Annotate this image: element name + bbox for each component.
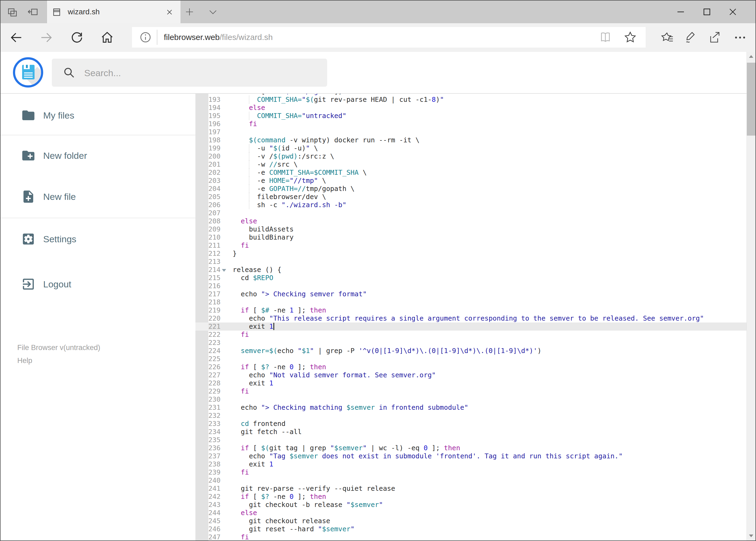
- hub-favorites-icon[interactable]: [660, 30, 674, 45]
- sidebar-item-logout[interactable]: Logout: [1, 269, 195, 299]
- close-window-button[interactable]: [720, 1, 745, 23]
- code-line[interactable]: 221 exit 1: [208, 322, 747, 330]
- code-line[interactable]: 231 echo "> Checking matching $semver in…: [208, 403, 747, 412]
- code-line[interactable]: 237 echo "Tag $semver does not exist in …: [208, 452, 747, 460]
- scrollbar-thumb[interactable]: [747, 63, 755, 136]
- code-line[interactable]: 228 exit 1: [208, 379, 747, 387]
- code-line[interactable]: 226 if [ $? -ne 0 ]; then: [208, 363, 747, 371]
- code-line[interactable]: 202 -e COMMIT_SHA=$COMMIT_SHA \: [208, 169, 747, 177]
- sidebar-item-new-folder[interactable]: New folder: [1, 141, 195, 171]
- code-line[interactable]: 234 git fetch --all: [208, 428, 747, 436]
- code-line[interactable]: 211 fi: [208, 242, 747, 250]
- home-button[interactable]: [98, 28, 117, 47]
- new-tab-button[interactable]: [185, 7, 194, 17]
- url-text[interactable]: filebrowser.web/files/wizard.sh: [164, 27, 273, 48]
- code-editor[interactable]: 192 if [ -d "$REPO/.git" ]; then193 COMM…: [208, 94, 747, 540]
- code-line[interactable]: 240: [208, 476, 747, 485]
- code-line[interactable]: 245 git checkout release: [208, 517, 747, 525]
- code-line[interactable]: 236 if [ $(git tag | grep "$semver" | wc…: [208, 444, 747, 452]
- web-notes-pen-icon[interactable]: [684, 30, 698, 45]
- code-line[interactable]: 194 else: [208, 104, 747, 112]
- fold-gutter: [220, 412, 227, 420]
- code-line[interactable]: 203 -e HOME="//tmp" \: [208, 177, 747, 185]
- code-line[interactable]: 196 fi: [208, 120, 747, 128]
- sidebar-item-settings[interactable]: Settings: [1, 224, 195, 254]
- code-line[interactable]: 238 exit 1: [208, 460, 747, 468]
- code-line[interactable]: 205 filebrowser/dev \: [208, 193, 747, 201]
- code-line[interactable]: 216: [208, 282, 747, 290]
- browser-tab[interactable]: wizard.sh: [47, 1, 181, 23]
- maximize-button[interactable]: [694, 1, 720, 23]
- code-line[interactable]: 241 git rev-parse --verify --quiet relea…: [208, 485, 747, 493]
- code-line[interactable]: 239 fi: [208, 468, 747, 476]
- code-line[interactable]: 225: [208, 355, 747, 363]
- code-line[interactable]: 233 cd frontend: [208, 420, 747, 428]
- scroll-down-arrow[interactable]: [749, 535, 753, 537]
- code-line[interactable]: 224 semver=$(echo "$1" | grep -P '^v(0|[…: [208, 347, 747, 355]
- code-line[interactable]: 207: [208, 209, 747, 217]
- set-tabs-aside-icon[interactable]: [6, 6, 18, 17]
- help-link[interactable]: Help: [17, 356, 32, 365]
- code-line[interactable]: 197: [208, 128, 747, 136]
- code-line[interactable]: 217 echo "> Checking semver format": [208, 290, 747, 298]
- tab-close-icon[interactable]: [165, 8, 174, 16]
- code-line[interactable]: 200 -v /$(pwd):/src:z \: [208, 152, 747, 161]
- scroll-up-arrow[interactable]: [749, 55, 753, 58]
- line-number: 215: [208, 274, 220, 282]
- code-line[interactable]: 244 else: [208, 509, 747, 517]
- code-line[interactable]: 242 if [ $? -ne 0 ]; then: [208, 493, 747, 501]
- code-line[interactable]: 192 if [ -d "$REPO/.git" ]; then: [208, 94, 747, 96]
- tab-list-chevron-icon[interactable]: [208, 8, 218, 16]
- site-info-icon[interactable]: [139, 31, 152, 44]
- code-line[interactable]: 222 fi: [208, 330, 747, 339]
- code-text: -u "$(id -u)" \: [227, 144, 318, 152]
- code-line[interactable]: 198 $(command -v winpty) docker run --rm…: [208, 136, 747, 144]
- code-line[interactable]: 227 echo "Not valid semver format. See s…: [208, 371, 747, 379]
- page-scrollbar[interactable]: [747, 52, 755, 540]
- code-line[interactable]: 223: [208, 339, 747, 347]
- forward-button[interactable]: [37, 28, 56, 47]
- tabs-preview-icon[interactable]: [27, 6, 39, 17]
- code-line[interactable]: 235: [208, 436, 747, 444]
- code-line[interactable]: 218: [208, 298, 747, 306]
- fold-arrow-icon[interactable]: [222, 269, 226, 272]
- code-line[interactable]: 243 git checkout -b release "$semver": [208, 501, 747, 509]
- refresh-button[interactable]: [67, 28, 87, 47]
- back-button[interactable]: [6, 28, 26, 47]
- code-line[interactable]: 204 -e GOPATH=//tmp/gopath \: [208, 185, 747, 193]
- code-line[interactable]: 215 cd $REPO: [208, 274, 747, 282]
- code-line[interactable]: 246 git reset --hard "$semver": [208, 525, 747, 533]
- fold-gutter: [220, 420, 227, 428]
- more-options-icon[interactable]: [733, 30, 747, 45]
- code-text: echo "> Checking semver format": [227, 290, 367, 298]
- favorite-star-icon[interactable]: [624, 31, 637, 44]
- code-line[interactable]: 219 if [ $# -ne 1 ]; then: [208, 306, 747, 314]
- code-line[interactable]: 220 echo "This release script requires a…: [208, 314, 747, 322]
- code-line[interactable]: 229 fi: [208, 387, 747, 395]
- share-page-icon[interactable]: [707, 30, 722, 45]
- code-line[interactable]: 195 COMMIT_SHA="untracked": [208, 112, 747, 120]
- search-input[interactable]: [84, 59, 317, 87]
- code-line[interactable]: 208 else: [208, 217, 747, 225]
- code-line[interactable]: 247 fi: [208, 533, 747, 540]
- filebrowser-logo[interactable]: [13, 57, 43, 88]
- line-number: 199: [208, 144, 220, 152]
- code-line[interactable]: 193 COMMIT_SHA="$(git rev-parse HEAD | c…: [208, 96, 747, 104]
- sidebar-item-my-files[interactable]: My files: [1, 101, 195, 130]
- code-line[interactable]: 201 -w //src \: [208, 161, 747, 169]
- code-line[interactable]: 232: [208, 412, 747, 420]
- minimize-button[interactable]: [668, 1, 693, 23]
- code-line[interactable]: 206 sh -c "./wizard.sh -b": [208, 201, 747, 209]
- code-line[interactable]: 210 buildBinary: [208, 234, 747, 242]
- code-text: COMMIT_SHA="untracked": [227, 112, 346, 120]
- code-line[interactable]: 199 -u "$(id -u)" \: [208, 144, 747, 152]
- code-line[interactable]: 212}: [208, 250, 747, 258]
- sidebar-item-new-file[interactable]: New file: [1, 182, 195, 212]
- reading-view-icon[interactable]: [599, 31, 612, 44]
- code-line[interactable]: 230: [208, 395, 747, 403]
- tab-title: wizard.sh: [68, 1, 100, 23]
- code-line[interactable]: 213: [208, 258, 747, 266]
- code-line[interactable]: 209 buildAssets: [208, 225, 747, 234]
- address-field[interactable]: filebrowser.web/files/wizard.sh: [132, 27, 645, 48]
- code-line[interactable]: 214release () {: [208, 266, 747, 274]
